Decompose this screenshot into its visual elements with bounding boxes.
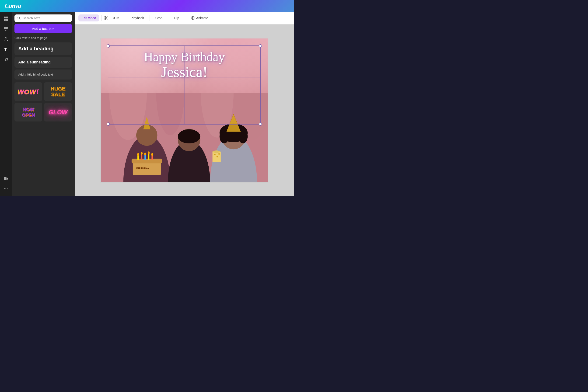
- svg-line-16: [19, 19, 20, 20]
- style-card-glow[interactable]: GLOW: [44, 103, 72, 122]
- svg-point-59: [217, 156, 218, 158]
- duration-button[interactable]: 3.0s: [110, 14, 122, 22]
- canvas-frame: BIRTHDAY: [100, 38, 268, 182]
- svg-point-45: [148, 151, 150, 154]
- svg-rect-2: [4, 19, 6, 21]
- sidebar-item-upload[interactable]: [2, 35, 10, 43]
- toolbar-separator-1: [102, 15, 102, 21]
- scissors-icon: [104, 16, 108, 20]
- svg-rect-38: [141, 154, 142, 160]
- add-subheading-option[interactable]: Add a subheading: [15, 57, 72, 68]
- animate-label: Animate: [196, 16, 208, 20]
- sidebar-item-audio[interactable]: [2, 56, 10, 64]
- sidebar-item-more[interactable]: [2, 185, 10, 193]
- toolbar-separator-3: [150, 15, 150, 21]
- svg-text:BIRTHDAY: BIRTHDAY: [136, 167, 150, 170]
- style-card-huge-sale[interactable]: HUGESALE: [44, 82, 72, 101]
- svg-rect-3: [6, 19, 8, 21]
- sidebar-item-video[interactable]: [2, 174, 10, 183]
- animate-icon: [191, 16, 195, 20]
- svg-point-46: [151, 153, 153, 156]
- svg-marker-11: [7, 178, 8, 180]
- search-box: [15, 14, 72, 22]
- selection-handle-tl[interactable]: [107, 44, 110, 48]
- svg-rect-0: [4, 16, 6, 18]
- sidebar-item-elements[interactable]: [2, 25, 10, 33]
- top-toolbar: Edit video 3.0s Playback Crop Flip: [75, 12, 294, 24]
- svg-text:T: T: [4, 48, 7, 52]
- svg-point-23: [192, 18, 193, 19]
- canva-logo: Canva: [5, 2, 21, 10]
- svg-point-43: [141, 152, 143, 154]
- svg-rect-5: [6, 27, 8, 29]
- app-header: Canva: [0, 0, 294, 12]
- text-styles-grid: WOW! HUGESALE NOWOPEN GLOW: [15, 82, 72, 122]
- svg-line-20: [107, 18, 108, 19]
- style-card-now-open[interactable]: NOWOPEN: [15, 103, 42, 122]
- svg-rect-39: [144, 154, 146, 160]
- birthday-line-1: Happy Birthday: [101, 50, 268, 64]
- style-card-wow[interactable]: WOW!: [15, 82, 42, 101]
- svg-rect-10: [4, 177, 7, 180]
- svg-rect-1: [6, 16, 8, 18]
- svg-point-12: [4, 188, 5, 189]
- search-input[interactable]: [23, 16, 69, 20]
- svg-rect-40: [148, 154, 149, 160]
- svg-point-42: [137, 153, 139, 156]
- wow-text: WOW!: [18, 88, 39, 96]
- svg-rect-36: [132, 158, 162, 163]
- main-layout: T: [0, 12, 294, 196]
- svg-point-57: [213, 150, 221, 153]
- playback-button[interactable]: Playback: [127, 14, 147, 22]
- add-textbox-button[interactable]: Add a text box: [15, 24, 72, 33]
- svg-point-14: [7, 188, 8, 189]
- text-panel: Add a text box Click text to add to page…: [12, 12, 75, 196]
- search-icon: [17, 16, 21, 20]
- toolbar-separator-5: [185, 15, 185, 21]
- birthday-text-container[interactable]: Happy Birthday Jessica!: [101, 50, 268, 80]
- edit-video-button[interactable]: Edit video: [78, 14, 99, 22]
- selection-handle-tr[interactable]: [259, 44, 262, 48]
- svg-point-50: [178, 129, 200, 143]
- sidebar-item-layout[interactable]: [2, 14, 10, 23]
- flip-button[interactable]: Flip: [171, 14, 183, 22]
- svg-point-4: [4, 27, 6, 29]
- svg-point-44: [144, 152, 146, 155]
- birthday-line-2: Jessica!: [101, 64, 268, 80]
- sidebar-item-text[interactable]: T: [2, 45, 10, 54]
- canvas-content[interactable]: BIRTHDAY: [75, 24, 294, 196]
- now-open-text: NOWOPEN: [22, 106, 35, 118]
- svg-line-21: [106, 17, 106, 18]
- click-text-label: Click text to add to page: [15, 35, 72, 40]
- crop-button[interactable]: Crop: [152, 14, 166, 22]
- toolbar-separator-4: [168, 15, 168, 21]
- add-body-option[interactable]: Add a little bit of body text: [15, 70, 72, 80]
- selection-handle-bl[interactable]: [107, 122, 110, 126]
- icon-sidebar: T: [0, 12, 12, 196]
- svg-point-13: [5, 188, 6, 189]
- svg-point-18: [105, 18, 106, 20]
- animate-button[interactable]: Animate: [187, 14, 211, 22]
- svg-point-60: [218, 153, 220, 154]
- svg-marker-6: [5, 30, 7, 31]
- selection-handle-br[interactable]: [259, 122, 262, 126]
- toolbar-separator-2: [125, 15, 125, 21]
- huge-sale-text: HUGESALE: [51, 86, 66, 97]
- canvas-area: Edit video 3.0s Playback Crop Flip: [75, 12, 294, 196]
- glow-text: GLOW: [49, 109, 68, 116]
- add-heading-option[interactable]: Add a heading: [15, 42, 72, 55]
- svg-point-58: [214, 154, 216, 155]
- svg-point-17: [105, 16, 106, 18]
